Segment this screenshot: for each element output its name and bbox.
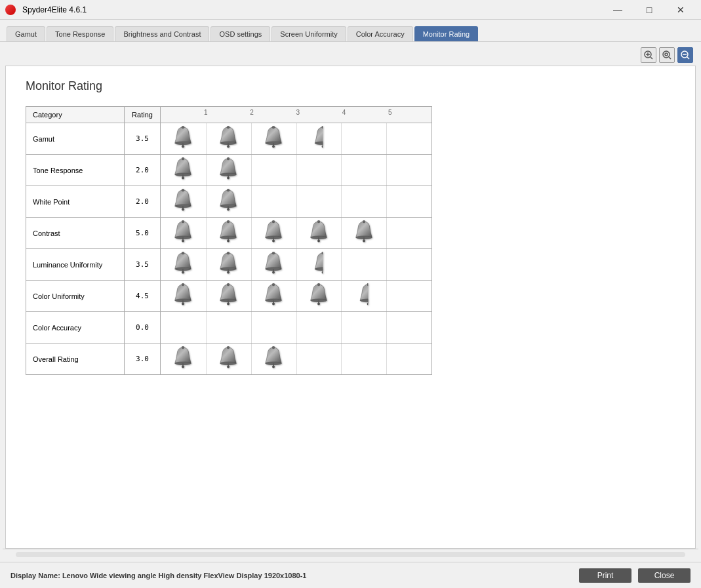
bell-icon — [219, 126, 237, 150]
bell-icon — [219, 189, 237, 213]
vertical-line — [206, 123, 207, 154]
display-name: Lenovo Wide viewing angle High density F… — [62, 572, 307, 579]
table-header-row: Category Rating 1 2 3 4 5 — [26, 107, 432, 123]
zoom-out-button[interactable] — [677, 47, 693, 63]
tab-monitor-rating[interactable]: Monitor Rating — [414, 26, 479, 41]
tab-screen-uniformity[interactable]: Screen Uniformity — [271, 26, 346, 41]
rating-value: 3.5 — [125, 123, 161, 155]
vertical-line — [341, 218, 342, 248]
svg-line-9 — [687, 57, 689, 59]
svg-point-70 — [227, 252, 230, 254]
title-bar-controls: — □ ✕ — [603, 0, 696, 20]
bell-icon — [219, 220, 237, 245]
svg-point-61 — [363, 240, 365, 242]
bell-icon — [355, 220, 373, 245]
table-row: Color Uniformity4.5 — [26, 281, 432, 312]
print-button[interactable]: Print — [579, 568, 631, 583]
content-panel[interactable]: Monitor Rating Category Rating 1 2 3 4 5 — [5, 66, 696, 549]
bell-icon — [219, 157, 237, 182]
svg-point-57 — [317, 240, 319, 242]
col-marker-1: 1 — [204, 109, 208, 116]
bell-icon — [174, 346, 192, 370]
svg-point-112 — [272, 346, 275, 349]
vertical-line — [386, 123, 387, 154]
vertical-line — [386, 186, 387, 217]
table-row: Color Accuracy0.0 — [26, 312, 432, 343]
svg-point-54 — [272, 220, 275, 223]
svg-point-30 — [182, 157, 185, 160]
svg-point-86 — [228, 303, 230, 305]
title-bar: Spyder4Elite 4.6.1 — □ ✕ — [0, 0, 701, 20]
minimize-button[interactable]: — — [603, 0, 633, 20]
vertical-line — [296, 312, 297, 343]
vertical-line — [341, 123, 342, 154]
svg-point-104 — [182, 346, 185, 349]
status-bar: Display Name: Lenovo Wide viewing angle … — [0, 562, 701, 588]
status-buttons: Print Close — [579, 568, 691, 583]
svg-point-90 — [272, 303, 274, 305]
bell-icon — [264, 346, 283, 370]
svg-point-74 — [272, 252, 275, 254]
category-cell: Tone Response — [26, 155, 125, 186]
vertical-line — [251, 186, 252, 217]
bells-cell — [161, 218, 432, 249]
svg-point-94 — [317, 303, 319, 305]
half-bell-icon — [359, 283, 369, 307]
bell-icon — [219, 252, 237, 276]
display-label: Display Name: — [10, 572, 60, 579]
bell-icon — [264, 220, 283, 245]
app-logo — [5, 5, 16, 15]
vertical-line — [341, 343, 342, 374]
app-title: Spyder4Elite 4.6.1 — [22, 5, 87, 14]
rating-value: 4.5 — [125, 281, 161, 312]
category-cell: Color Uniformity — [26, 281, 125, 312]
col-marker-4: 4 — [342, 109, 346, 116]
tab-bar: Gamut Tone Response Brightness and Contr… — [0, 20, 701, 42]
svg-point-38 — [182, 189, 185, 191]
bell-icon — [264, 126, 283, 150]
bells-cell — [161, 312, 432, 343]
svg-point-50 — [227, 220, 230, 223]
svg-point-83 — [182, 283, 185, 286]
header-rating: Rating — [125, 107, 161, 123]
svg-point-91 — [272, 283, 275, 286]
vertical-line — [251, 123, 252, 154]
svg-point-53 — [272, 240, 274, 242]
col-marker-2: 2 — [250, 109, 254, 116]
vertical-line — [251, 312, 252, 343]
vertical-line — [251, 218, 252, 248]
svg-point-95 — [317, 283, 320, 286]
bell-icon — [174, 283, 192, 307]
tab-tone-response[interactable]: Tone Response — [47, 26, 113, 41]
rating-value: 5.0 — [125, 218, 161, 249]
svg-line-6 — [669, 57, 671, 59]
svg-point-99 — [367, 303, 369, 305]
tab-gamut[interactable]: Gamut — [7, 26, 45, 41]
zoom-reset-button[interactable] — [659, 47, 675, 63]
svg-point-66 — [182, 252, 185, 254]
tab-color-accuracy[interactable]: Color Accuracy — [348, 26, 413, 41]
tab-osd-settings[interactable]: OSD settings — [210, 26, 270, 41]
maximize-button[interactable]: □ — [634, 0, 664, 20]
svg-point-82 — [182, 303, 184, 305]
rating-value: 2.0 — [125, 155, 161, 186]
bell-icon — [174, 126, 192, 150]
close-button[interactable]: Close — [638, 568, 691, 583]
bells-cell — [161, 155, 432, 186]
svg-point-29 — [182, 177, 184, 179]
bells-cell — [161, 343, 432, 375]
vertical-line — [296, 186, 297, 217]
tab-brightness-contrast[interactable]: Brightness and Contrast — [115, 26, 209, 41]
svg-point-73 — [272, 271, 274, 273]
rating-value: 3.5 — [125, 249, 161, 281]
bell-icon — [264, 252, 283, 276]
table-row: Contrast5.0 — [26, 218, 432, 249]
svg-point-25 — [322, 146, 324, 147]
zoom-in-button[interactable] — [641, 47, 656, 63]
col-marker-5: 5 — [388, 109, 392, 116]
svg-point-111 — [272, 366, 274, 368]
close-window-button[interactable]: ✕ — [666, 0, 696, 20]
table-row: Tone Response2.0 — [26, 155, 432, 186]
svg-point-62 — [363, 220, 365, 223]
bell-icon — [219, 346, 237, 370]
